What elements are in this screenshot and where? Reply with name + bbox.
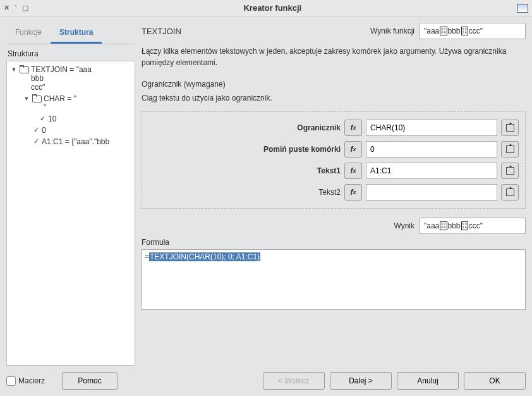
matrix-label: Macierz bbox=[18, 376, 45, 385]
result-part: "aaa bbox=[424, 221, 439, 230]
shrink-button[interactable] bbox=[501, 141, 519, 158]
param-row-pomin: Pomiń puste komórki fx bbox=[148, 141, 519, 158]
structure-label: Struktura bbox=[6, 44, 135, 61]
fx-button[interactable]: fx bbox=[344, 120, 362, 136]
result-part: ccc" bbox=[469, 27, 483, 35]
tree-label: CHAR = " bbox=[44, 94, 76, 103]
function-result-label: Wynik funkcji bbox=[370, 27, 414, 35]
param-row-tekst2: Tekst2 fx bbox=[148, 184, 519, 201]
param-input-pomin[interactable] bbox=[366, 141, 497, 158]
result-box: "aaa 0 00 A bbb 0 00 A ccc" bbox=[420, 218, 526, 234]
ok-button[interactable]: OK bbox=[464, 372, 526, 390]
control-char-icon: 0 00 A bbox=[461, 27, 468, 35]
check-icon: ✓ bbox=[33, 126, 39, 134]
tree-range[interactable]: ✓ A1:C1 = {"aaa"."bbb bbox=[8, 136, 133, 147]
function-name: TEXTJOIN bbox=[142, 27, 365, 36]
matrix-checkbox-wrap[interactable]: Macierz bbox=[6, 376, 57, 386]
fx-button[interactable]: fx bbox=[344, 141, 362, 158]
left-panel: Funkcje Struktura Struktura ▼ TEXTJOIN =… bbox=[6, 23, 135, 366]
matrix-checkbox[interactable] bbox=[6, 376, 16, 386]
tree-label: ccc" bbox=[31, 83, 45, 92]
shrink-button[interactable] bbox=[501, 163, 519, 179]
resize-icon[interactable] bbox=[517, 4, 528, 13]
current-param-desc: Ciąg tekstu do użycia jako ogranicznik. bbox=[142, 94, 526, 102]
fx-button[interactable]: fx bbox=[344, 163, 362, 179]
back-button[interactable]: < Wstecz bbox=[263, 372, 325, 390]
next-button[interactable]: Dalej > bbox=[330, 372, 392, 390]
tree-label: A1:C1 = {"aaa"."bbb bbox=[42, 137, 109, 146]
params-container: Ogranicznik fx Pomiń puste komórki fx Te… bbox=[142, 111, 526, 209]
result-part: "aaa bbox=[424, 27, 439, 35]
tree-label: 10 bbox=[48, 114, 56, 123]
shrink-icon bbox=[506, 145, 514, 153]
tree-root[interactable]: ▼ TEXTJOIN = "aaa bbb ccc" bbox=[8, 64, 133, 93]
bottom-bar: Macierz Pomoc < Wstecz Dalej > Anuluj OK bbox=[6, 366, 526, 390]
close-icon[interactable]: ✕ bbox=[4, 4, 9, 12]
cancel-button[interactable]: Anuluj bbox=[397, 372, 459, 390]
up-icon[interactable]: ˆ bbox=[15, 4, 17, 12]
maximize-icon[interactable]: ▢ bbox=[22, 4, 28, 12]
tab-funkcje[interactable]: Funkcje bbox=[6, 23, 51, 44]
tree-label: 0 bbox=[42, 126, 46, 135]
tab-struktura[interactable]: Struktura bbox=[51, 23, 102, 44]
structure-tree[interactable]: ▼ TEXTJOIN = "aaa bbb ccc" ▼ CHAR = " " bbox=[6, 61, 135, 366]
param-input-ogranicznik[interactable] bbox=[366, 120, 497, 136]
check-icon: ✓ bbox=[33, 137, 39, 145]
shrink-button[interactable] bbox=[501, 184, 519, 201]
folder-icon bbox=[20, 65, 28, 73]
window-title: Kreator funkcji bbox=[28, 3, 517, 13]
current-param-title: Ogranicznik (wymagane) bbox=[142, 80, 526, 89]
shrink-button[interactable] bbox=[501, 120, 519, 136]
param-row-tekst1: Tekst1 fx bbox=[148, 163, 519, 179]
param-input-tekst1[interactable] bbox=[366, 163, 497, 179]
control-char-icon: 0 00 A bbox=[440, 27, 447, 35]
result-part: bbb bbox=[448, 221, 461, 230]
folder-icon bbox=[32, 94, 41, 102]
check-icon: ✓ bbox=[40, 114, 45, 123]
param-label: Tekst2 bbox=[148, 188, 341, 197]
function-result-box: "aaa 0 00 A bbb 0 00 A ccc" bbox=[420, 23, 526, 39]
titlebar: ✕ ˆ ▢ Kreator funkcji bbox=[0, 0, 532, 16]
param-input-tekst2[interactable] bbox=[366, 184, 497, 201]
control-char-icon: 0 00 A bbox=[440, 221, 447, 230]
tree-char-value[interactable]: ✓ 10 bbox=[8, 113, 133, 125]
param-label: Tekst1 bbox=[148, 166, 341, 175]
tree-label: bbb bbox=[31, 74, 44, 83]
help-button[interactable]: Pomoc bbox=[62, 372, 118, 390]
chevron-down-icon[interactable]: ▼ bbox=[11, 65, 17, 74]
control-char-icon: 0 00 A bbox=[461, 221, 468, 230]
formula-label: Formuła bbox=[142, 238, 526, 247]
tree-zero[interactable]: ✓ 0 bbox=[8, 125, 133, 136]
param-label: Ogranicznik bbox=[148, 123, 341, 132]
param-label: Pomiń puste komórki bbox=[148, 145, 341, 154]
formula-input[interactable]: =TEXTJOIN(CHAR(10); 0; A1:C1) bbox=[142, 249, 526, 310]
shrink-icon bbox=[506, 189, 514, 196]
shrink-icon bbox=[506, 167, 514, 175]
formula-prefix: = bbox=[145, 252, 149, 261]
tree-label: " bbox=[44, 103, 46, 112]
tab-bar: Funkcje Struktura bbox=[6, 23, 135, 44]
result-label: Wynik bbox=[394, 221, 414, 230]
result-part: ccc" bbox=[469, 221, 483, 230]
chevron-down-icon[interactable]: ▼ bbox=[23, 94, 30, 103]
tree-char[interactable]: ▼ CHAR = " " bbox=[8, 93, 133, 113]
result-part: bbb bbox=[448, 27, 461, 35]
right-panel: TEXTJOIN Wynik funkcji "aaa 0 00 A bbb 0… bbox=[142, 23, 526, 366]
function-description: Łączy kilka elementów tekstowych w jeden… bbox=[142, 46, 526, 68]
shrink-icon bbox=[506, 124, 514, 132]
param-row-ogranicznik: Ogranicznik fx bbox=[148, 120, 519, 136]
formula-selection: TEXTJOIN(CHAR(10); 0; A1:C1) bbox=[149, 252, 260, 261]
tree-label: TEXTJOIN = "aaa bbox=[31, 65, 92, 74]
fx-button[interactable]: fx bbox=[344, 184, 362, 201]
